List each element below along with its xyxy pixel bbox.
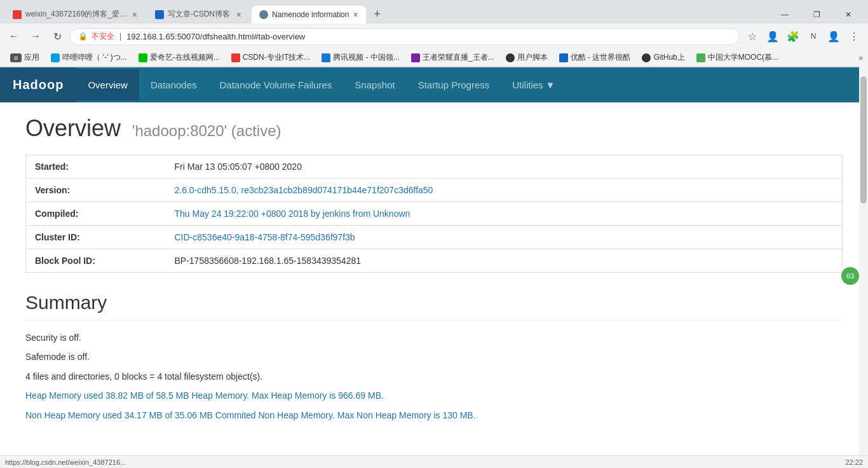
bookmark-wzry[interactable]: 王者荣耀直播_王者... [406,51,499,64]
tab-3[interactable]: Namenode information × [252,6,366,24]
csdn-favicon [231,53,240,62]
reload-button[interactable]: ↻ [48,27,66,45]
close-button[interactable]: ✕ [834,6,863,24]
account-button[interactable]: 👤 [825,27,843,45]
bookmark-tencent-label: 腾讯视频 - 中国领... [333,52,400,63]
nav-startup-progress[interactable]: Startup Progress [407,69,501,100]
tab-close-1[interactable]: × [132,10,137,20]
bookmark-youku[interactable]: 优酷 - 这世界很酷 [554,51,636,64]
bookmark-mooc-label: 中国大学MOOC(慕... [708,52,778,63]
bookmark-github[interactable]: GitHub上 [637,51,689,64]
forward-button[interactable]: → [27,27,44,45]
label-started: Started: [26,155,166,179]
tab-title-2: 写文章-CSDN博客 [168,9,233,20]
value-started: Fri Mar 13 05:05:07 +0800 2020 [166,155,843,179]
nav-snapshot[interactable]: Snapshot [343,69,406,100]
scrollbar-thumb[interactable] [860,76,867,203]
userscript-favicon [506,53,515,62]
bookmark-bilibili-label: 哔哩哔哩（ '-' )つ... [62,52,126,63]
nav-datanodes[interactable]: Datanodes [139,69,208,100]
tab-close-3[interactable]: × [353,10,358,20]
value-blockpoolid: BP-1758356608-192.168.1.65-1583439354281 [166,249,843,273]
value-version: 2.6.0-cdh5.15.0, re3cb23a1cb2b89d074171b… [166,179,843,202]
back-button[interactable]: ← [5,27,23,45]
version-link[interactable]: 2.6.0-cdh5.15.0, re3cb23a1cb2b89d074171b… [175,185,433,195]
tab-favicon-3 [259,10,268,19]
bookmark-userscript[interactable]: 用户脚本 [501,51,553,64]
tencent-favicon [322,53,330,62]
value-compiled: Thu May 24 19:22:00 +0800 2018 by jenkin… [166,202,843,226]
clusterid-link[interactable]: CID-c8536e40-9a18-4758-8f74-595d36f97f3b [175,232,355,242]
star-button[interactable]: ☆ [743,27,761,45]
bookmark-apps[interactable]: ≡ 应用 [5,51,44,64]
scrollbar[interactable] [859,64,868,440]
security-label: 不安全 [92,31,114,42]
table-row-started: Started: Fri Mar 13 05:05:07 +0800 2020 [26,155,843,179]
window-controls: — ❐ ✕ [770,6,863,24]
table-row-blockpoolid: Block Pool ID: BP-1758356608-192.168.1.6… [26,249,843,273]
profile-button[interactable]: 👤 [764,27,782,45]
summary-line-4: Non Heap Memory used 34.17 MB of 35.06 M… [25,408,843,422]
browser-toolbar: ← → ↻ 🔒 不安全 | 192.168.1.65:50070/dfsheal… [0,24,868,49]
page-title: Overview 'hadoop:8020' (active) [25,115,843,142]
bookmark-iqiyi[interactable]: 爱奇艺-在线视频网... [133,51,225,64]
lock-icon: 🔒 [78,32,88,41]
mooc-favicon [696,53,705,62]
minimize-button[interactable]: — [770,6,799,24]
toolbar-icons: ☆ 👤 🧩 N 👤 ⋮ [743,27,863,45]
page-content: Overview 'hadoop:8020' (active) Started:… [0,102,868,440]
label-compiled: Compiled: [26,202,166,226]
dropdown-arrow-icon: ▼ [546,79,555,90]
overview-subtitle: 'hadoop:8020' (active) [132,122,281,139]
table-row-compiled: Compiled: Thu May 24 19:22:00 +0800 2018… [26,202,843,226]
bookmark-youku-label: 优酷 - 这世界很酷 [571,52,631,63]
notification-badge: 63 [841,267,859,285]
label-blockpoolid: Block Pool ID: [26,249,166,273]
bookmark-apps-label: 应用 [24,52,39,63]
table-row-clusterid: Cluster ID: CID-c8536e40-9a18-4758-8f74-… [26,226,843,249]
overview-title: Overview [25,115,121,141]
bilibili-favicon [51,53,60,62]
address-bar[interactable]: 🔒 不安全 | 192.168.1.65:50070/dfshealth.htm… [70,28,740,45]
tab-favicon-2 [155,10,164,19]
youku-favicon [559,53,568,62]
nav-overview[interactable]: Overview [76,69,139,100]
new-tab-button[interactable]: + [369,6,386,24]
profile2-button[interactable]: N [804,27,822,45]
nav-links: Overview Datanodes Datanode Volume Failu… [76,69,566,100]
summary-line-0: Security is off. [25,331,843,345]
hadoop-brand[interactable]: Hadoop [0,67,76,102]
tab-close-2[interactable]: × [236,10,241,20]
section-divider [25,320,843,320]
nav-utilities[interactable]: Utilities ▼ [501,69,566,100]
compiled-link[interactable]: Thu May 24 19:22:00 +0800 2018 by jenkin… [175,209,410,219]
bookmark-tencent[interactable]: 腾讯视频 - 中国领... [316,51,405,64]
bookmark-csdn[interactable]: CSDN-专业IT技术... [226,51,316,64]
summary-line-2: 4 files and directories, 0 blocks = 4 to… [25,369,843,383]
extensions-button[interactable]: 🧩 [784,27,802,45]
tab-2[interactable]: 写文章-CSDN博客 × [147,5,249,24]
tab-title-3: Namenode information [272,10,349,19]
summary-line-1: Safemode is off. [25,350,843,364]
iqiyi-favicon [139,53,147,62]
tab-favicon-1 [13,10,22,19]
bookmark-mooc[interactable]: 中国大学MOOC(慕... [691,51,783,64]
bookmark-userscript-label: 用户脚本 [517,52,548,63]
nav-datanode-volume-failures[interactable]: Datanode Volume Failures [208,69,344,100]
hadoop-navbar: Hadoop Overview Datanodes Datanode Volum… [0,67,868,102]
maximize-button[interactable]: ❐ [802,6,831,24]
bookmark-iqiyi-label: 爱奇艺-在线视频网... [150,52,220,63]
summary-line-3: Heap Memory used 38.82 MB of 58.5 MB Hea… [25,389,843,403]
bookmark-csdn-label: CSDN-专业IT技术... [243,52,311,63]
tab-title-1: weixin_43872169的博客_爱看... [25,9,128,20]
menu-button[interactable]: ⋮ [845,27,863,45]
bookmark-github-label: GitHub上 [653,52,684,63]
bookmark-bilibili[interactable]: 哔哩哔哩（ '-' )つ... [46,51,132,64]
summary-title: Summary [25,292,843,313]
address-text: 192.168.1.65:50070/dfshealth.html#tab-ov… [126,32,731,41]
wzry-favicon [411,53,420,62]
tab-1[interactable]: weixin_43872169的博客_爱看... × [5,5,145,24]
github-favicon [642,53,651,62]
bookmarks-bar: ≡ 应用 哔哩哔哩（ '-' )つ... 爱奇艺-在线视频网... CSDN-专… [0,49,868,67]
bookmarks-more[interactable]: » [858,53,863,62]
